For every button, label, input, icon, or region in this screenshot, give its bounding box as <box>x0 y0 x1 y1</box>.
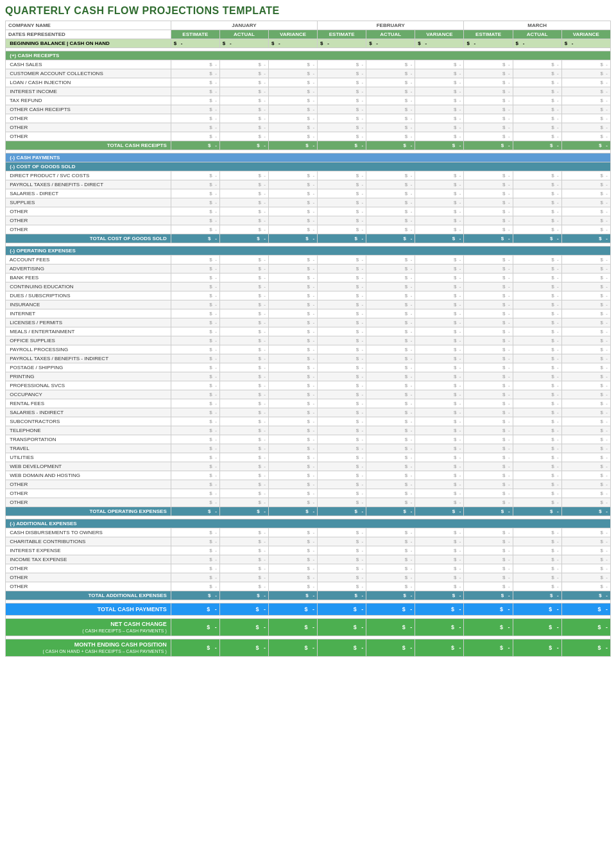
value-cell[interactable]: $ - <box>318 336 366 345</box>
value-cell[interactable]: $ - <box>219 435 268 444</box>
value-cell[interactable]: $ - <box>561 207 610 216</box>
value-cell[interactable]: $ - <box>268 189 317 198</box>
value-cell[interactable]: $ - <box>415 318 464 327</box>
value-cell[interactable]: $ - <box>415 225 464 234</box>
value-cell[interactable]: $ - <box>366 198 415 207</box>
value-cell[interactable]: $ - <box>415 309 464 318</box>
value-cell[interactable]: $ - <box>171 171 219 180</box>
value-cell[interactable]: $ - <box>415 489 464 498</box>
value-cell[interactable]: $ - <box>219 78 268 87</box>
value-cell[interactable]: $ - <box>464 417 513 426</box>
value-cell[interactable]: $ - <box>171 372 219 381</box>
value-cell[interactable]: $ - <box>318 318 366 327</box>
value-cell[interactable]: $ - <box>318 60 366 69</box>
value-cell[interactable]: $ - <box>366 216 415 225</box>
value-cell[interactable]: $ - <box>318 399 366 408</box>
value-cell[interactable]: $ - <box>219 123 268 132</box>
value-cell[interactable]: $ - <box>318 489 366 498</box>
value-cell[interactable]: $ - <box>561 114 610 123</box>
value-cell[interactable]: $ - <box>464 453 513 462</box>
value-cell[interactable]: $ - <box>219 354 268 363</box>
value-cell[interactable]: $ - <box>366 327 415 336</box>
value-cell[interactable]: $ - <box>318 291 366 300</box>
value-cell[interactable]: $ - <box>318 426 366 435</box>
value-cell[interactable]: $ - <box>268 372 317 381</box>
value-cell[interactable]: $ - <box>415 564 464 573</box>
value-cell[interactable]: $ - <box>366 225 415 234</box>
value-cell[interactable]: $ - <box>171 180 219 189</box>
value-cell[interactable]: $ - <box>171 69 219 78</box>
value-cell[interactable]: $ - <box>513 462 561 471</box>
value-cell[interactable]: $ - <box>513 408 561 417</box>
value-cell[interactable]: $ - <box>219 555 268 564</box>
value-cell[interactable]: $ - <box>415 528 464 537</box>
value-cell[interactable]: $ - <box>513 78 561 87</box>
value-cell[interactable]: $ - <box>366 282 415 291</box>
value-cell[interactable]: $ - <box>513 453 561 462</box>
value-cell[interactable]: $ - <box>366 171 415 180</box>
value-cell[interactable]: $ - <box>464 546 513 555</box>
value-cell[interactable]: $ - <box>171 216 219 225</box>
value-cell[interactable]: $ - <box>318 408 366 417</box>
value-cell[interactable]: $ - <box>561 291 610 300</box>
value-cell[interactable]: $ - <box>268 537 317 546</box>
value-cell[interactable]: $ - <box>171 444 219 453</box>
value-cell[interactable]: $ - <box>366 265 415 273</box>
value-cell[interactable]: $ - <box>219 265 268 273</box>
value-cell[interactable]: $ - <box>171 300 219 309</box>
value-cell[interactable]: $ - <box>219 462 268 471</box>
value-cell[interactable]: $ - <box>318 282 366 291</box>
value-cell[interactable]: $ - <box>318 345 366 354</box>
value-cell[interactable]: $ - <box>513 573 561 582</box>
value-cell[interactable]: $ - <box>219 480 268 489</box>
value-cell[interactable]: $ - <box>366 408 415 417</box>
value-cell[interactable]: $ - <box>366 555 415 564</box>
value-cell[interactable]: $ - <box>318 96 366 105</box>
value-cell[interactable]: $ - <box>318 462 366 471</box>
value-cell[interactable]: $ - <box>464 381 513 390</box>
value-cell[interactable]: $ - <box>561 132 610 141</box>
value-cell[interactable]: $ - <box>366 300 415 309</box>
value-cell[interactable]: $ - <box>268 498 317 507</box>
value-cell[interactable]: $ - <box>268 282 317 291</box>
value-cell[interactable]: $ - <box>513 123 561 132</box>
value-cell[interactable]: $ - <box>366 381 415 390</box>
value-cell[interactable]: $ - <box>415 417 464 426</box>
value-cell[interactable]: $ - <box>464 132 513 141</box>
value-cell[interactable]: $ - <box>366 96 415 105</box>
value-cell[interactable]: $ - <box>268 381 317 390</box>
value-cell[interactable]: $ - <box>366 69 415 78</box>
value-cell[interactable]: $ - <box>513 390 561 399</box>
value-cell[interactable]: $ - <box>366 60 415 69</box>
value-cell[interactable]: $ - <box>464 489 513 498</box>
value-cell[interactable]: $ - <box>268 207 317 216</box>
value-cell[interactable]: $ - <box>318 354 366 363</box>
value-cell[interactable]: $ - <box>366 372 415 381</box>
value-cell[interactable]: $ - <box>171 435 219 444</box>
value-cell[interactable]: $ - <box>318 207 366 216</box>
value-cell[interactable]: $ - <box>415 363 464 372</box>
value-cell[interactable]: $ - <box>219 471 268 480</box>
value-cell[interactable]: $ - <box>171 114 219 123</box>
value-cell[interactable]: $ - <box>366 318 415 327</box>
value-cell[interactable]: $ - <box>268 225 317 234</box>
value-cell[interactable]: $ - <box>561 78 610 87</box>
value-cell[interactable]: $ - <box>513 180 561 189</box>
value-cell[interactable]: $ - <box>415 282 464 291</box>
value-cell[interactable]: $ - <box>366 363 415 372</box>
value-cell[interactable]: $ - <box>171 78 219 87</box>
value-cell[interactable]: $ - <box>318 390 366 399</box>
value-cell[interactable]: $ - <box>415 435 464 444</box>
value-cell[interactable]: $ - <box>415 300 464 309</box>
value-cell[interactable]: $ - <box>219 96 268 105</box>
value-cell[interactable]: $ - <box>171 555 219 564</box>
value-cell[interactable]: $ - <box>366 546 415 555</box>
value-cell[interactable]: $ - <box>464 399 513 408</box>
value-cell[interactable]: $ - <box>171 96 219 105</box>
value-cell[interactable]: $ - <box>366 453 415 462</box>
value-cell[interactable]: $ - <box>318 417 366 426</box>
value-cell[interactable]: $ - <box>219 564 268 573</box>
value-cell[interactable]: $ - <box>318 546 366 555</box>
value-cell[interactable]: $ - <box>464 444 513 453</box>
value-cell[interactable]: $ - <box>464 171 513 180</box>
